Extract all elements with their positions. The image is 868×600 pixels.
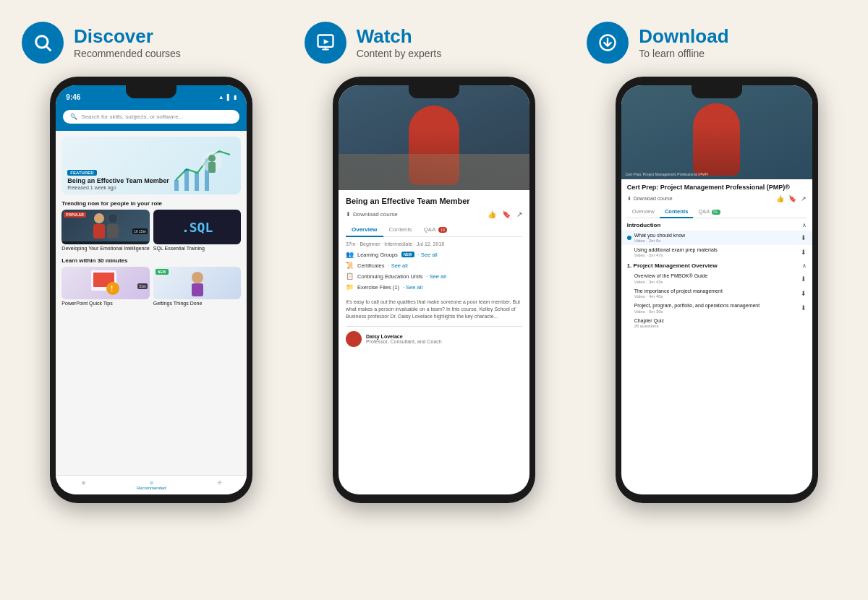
discover-header: Discover Recommended courses — [14, 22, 289, 64]
content-item-1[interactable]: What you should know Video · 2m 0s ⬇ — [621, 231, 812, 245]
gtd-graphic — [179, 267, 216, 299]
bookmark-icon[interactable]: 🔖 — [502, 210, 511, 218]
svg-rect-18 — [192, 283, 203, 296]
tab-overview-3[interactable]: Overview — [627, 207, 660, 218]
phone3-screen: Cert Prep: Project Management Profession… — [621, 85, 812, 494]
duration-badge-1: 1h 15m — [132, 228, 148, 234]
phone2-content: Being an Effective Team Member ⬇ Downloa… — [339, 190, 529, 494]
tab-overview-2[interactable]: Overview — [346, 224, 383, 236]
see-all-ceu[interactable]: · See all — [426, 273, 446, 280]
item-bullet-1 — [627, 236, 631, 240]
course-item-1[interactable]: POPULAR 1h 15m Developing Your Emotional… — [61, 210, 150, 252]
tab-contents-3[interactable]: Contents — [660, 207, 694, 218]
see-all-exercise[interactable]: · See all — [403, 284, 422, 291]
phone1-content: FEATURED Being an Effective Team Member … — [56, 131, 247, 475]
item-info-2: Using additional exam prep materials Vid… — [634, 247, 798, 257]
svg-marker-20 — [323, 39, 328, 44]
see-all-cert[interactable]: · See all — [388, 262, 408, 269]
p2-course-title: Being an Effective Team Member — [346, 196, 522, 206]
info-exercise: 📁 Exercise Files (1) · See all — [346, 283, 522, 291]
nav-recommended-label: Recommended — [137, 486, 166, 490]
video-thumbnail-2 — [339, 85, 529, 190]
search-input-visual[interactable]: 🔍 Search for skills, subjects, or softwa… — [63, 110, 239, 124]
thumbs-up-icon[interactable]: 👍 — [488, 210, 496, 218]
main-container: Discover Recommended courses 9:46 ▲ ▌ ▮ — [0, 0, 868, 600]
popular-badge: POPULAR — [64, 212, 85, 218]
qa-badge-2: 19 — [438, 227, 447, 233]
svg-text:!: ! — [111, 285, 113, 293]
p3-bookmark-icon[interactable]: 🔖 — [788, 195, 796, 202]
trending-section: Trending now for people in your role — [61, 200, 241, 252]
item-info-6: Chapter Quiz 26 questions — [634, 318, 807, 328]
item-info-4: The importance of project management Vid… — [634, 288, 798, 299]
pm-section-header: 1. Project Management Overview ∧ — [627, 262, 807, 269]
tab-qa-3[interactable]: Q&A 99+ — [693, 207, 725, 218]
item-meta-6: 26 questions — [634, 324, 807, 328]
instructor-info: Daisy Lovelace Professor, Consultant, an… — [366, 334, 442, 344]
p2-download-btn[interactable]: ⬇ Download course — [346, 211, 398, 218]
p3-download-btn[interactable]: ⬇ Download course — [627, 196, 673, 202]
p2-action-row: ⬇ Download course 👍 🔖 ↗ — [346, 210, 522, 218]
item-download-4[interactable]: ⬇ — [801, 290, 807, 297]
wifi-icon: ▲ — [218, 94, 224, 100]
content-item-3[interactable]: Overview of the PMBOK® Guide Video · 3m … — [627, 271, 807, 286]
exercise-label: Exercise Files (1) — [357, 284, 399, 291]
item-download-2[interactable]: ⬇ — [801, 249, 807, 256]
watch-title: Watch — [357, 26, 442, 47]
download-icon-small: ⬇ — [346, 211, 351, 218]
notch-watch — [409, 85, 459, 98]
ceu-label: Continuing Education Units — [357, 273, 422, 280]
phone-watch: Being an Effective Team Member ⬇ Downloa… — [333, 77, 535, 503]
course-item-2[interactable]: .SQL SQL Essential Training — [153, 210, 242, 252]
item-download-5[interactable]: ⬇ — [801, 304, 807, 312]
download-label: Download course — [353, 211, 398, 218]
nav-home[interactable]: ⊞ — [82, 480, 85, 490]
featured-card[interactable]: FEATURED Being an Effective Team Member … — [61, 137, 241, 194]
info-certificates: 📜 Certificates · See all — [346, 262, 522, 269]
download-panel: Download To learn offline — [579, 22, 854, 503]
trending-title: Trending now for people in your role — [61, 200, 241, 207]
tab-qa-2[interactable]: Q&A 19 — [418, 224, 453, 236]
see-all-groups[interactable]: · See all — [418, 252, 438, 258]
download-subtitle: To learn offline — [639, 48, 728, 59]
p3-share-icon[interactable]: ↗ — [801, 195, 807, 202]
share-icon[interactable]: ↗ — [516, 210, 522, 218]
item-title-4: The importance of project management — [634, 288, 798, 294]
instructor-avatar — [346, 331, 362, 347]
course-item-3[interactable]: ! 31m PowerPoint Quick Tips — [61, 267, 150, 307]
svg-rect-22 — [325, 47, 326, 48]
svg-rect-4 — [195, 173, 199, 191]
p3-download-label: Download course — [634, 196, 673, 201]
content-item-5[interactable]: Project, program, portfolio, and operati… — [627, 301, 807, 315]
phone-download: Cert Prep: Project Management Profession… — [616, 77, 818, 503]
svg-rect-3 — [184, 169, 189, 191]
item-download-3[interactable]: ⬇ — [801, 275, 807, 283]
groups-icon: 👥 — [346, 251, 354, 258]
intro-chevron: ∧ — [802, 222, 807, 228]
content-item-6[interactable]: Chapter Quiz 26 questions — [627, 316, 807, 330]
ceu-icon: 📋 — [346, 273, 354, 280]
p3-person-body — [693, 103, 740, 176]
nav-recommended[interactable]: ⊙ Recommended — [137, 480, 166, 490]
info-ceu: 📋 Continuing Education Units · See all — [346, 273, 522, 280]
discover-title-block: Discover Recommended courses — [74, 26, 181, 60]
p3-tabs: Overview Contents Q&A 99+ — [627, 207, 807, 218]
item-download-1[interactable]: ⬇ — [801, 234, 807, 241]
video-text: Cert Prep: Project Management Profession… — [626, 172, 709, 176]
content-item-4[interactable]: The importance of project management Vid… — [627, 286, 807, 301]
tab-contents-2[interactable]: Contents — [383, 224, 418, 236]
groups-label: Learning Groups — [357, 252, 398, 258]
p2-instructor: Daisy Lovelace Professor, Consultant, an… — [346, 326, 522, 347]
intro-section-header: Introduction ∧ — [627, 222, 807, 228]
phone-watch-inner: Being an Effective Team Member ⬇ Downloa… — [339, 85, 529, 494]
course-item-4[interactable]: NEW Gettings Things Done — [153, 267, 242, 307]
ppt-graphic: ! — [88, 267, 124, 299]
content-item-2[interactable]: Using additional exam prep materials Vid… — [627, 245, 807, 260]
p3-thumbsup-icon[interactable]: 👍 — [776, 195, 784, 202]
people-graphic — [86, 210, 126, 244]
p3-action-row: ⬇ Download course 👍 🔖 ↗ — [627, 195, 807, 202]
svg-rect-12 — [107, 224, 119, 239]
nav-learning[interactable]: ☰ — [218, 480, 221, 490]
course-thumb-1: POPULAR 1h 15m — [61, 210, 150, 244]
course-name-3: PowerPoint Quick Tips — [61, 301, 150, 307]
